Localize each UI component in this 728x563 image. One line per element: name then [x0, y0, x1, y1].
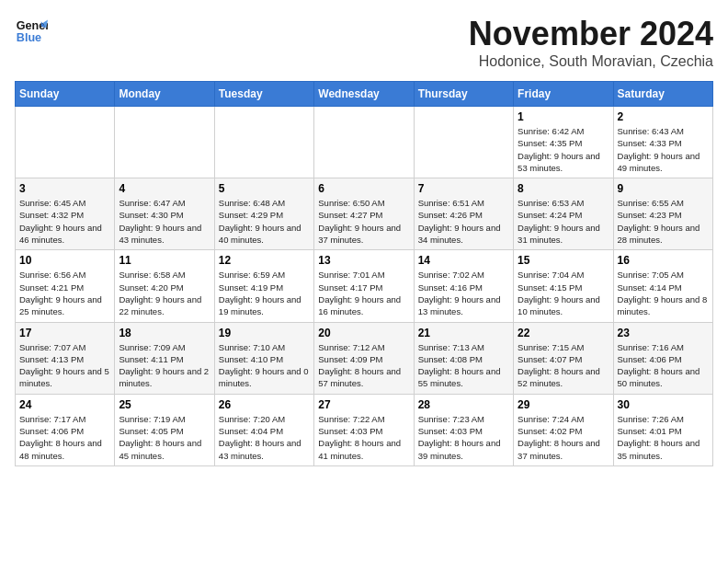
week-row-3: 10Sunrise: 6:56 AMSunset: 4:21 PMDayligh… — [16, 250, 713, 322]
header-row: SundayMondayTuesdayWednesdayThursdayFrid… — [16, 82, 713, 107]
day-number: 16 — [618, 254, 709, 267]
day-number: 22 — [518, 327, 609, 339]
day-info: Sunrise: 6:56 AMSunset: 4:21 PMDaylight:… — [19, 269, 110, 317]
calendar-cell: 13Sunrise: 7:01 AMSunset: 4:17 PMDayligh… — [314, 250, 414, 322]
day-number: 6 — [318, 182, 409, 195]
day-number: 12 — [219, 254, 310, 267]
calendar-cell: 6Sunrise: 6:50 AMSunset: 4:27 PMDaylight… — [314, 178, 414, 250]
week-row-4: 17Sunrise: 7:07 AMSunset: 4:13 PMDayligh… — [16, 322, 713, 394]
calendar-cell: 21Sunrise: 7:13 AMSunset: 4:08 PMDayligh… — [414, 322, 513, 394]
day-info: Sunrise: 7:26 AMSunset: 4:01 PMDaylight:… — [618, 413, 709, 462]
day-number: 8 — [518, 182, 609, 195]
calendar-cell: 8Sunrise: 6:53 AMSunset: 4:24 PMDaylight… — [514, 178, 613, 250]
day-info: Sunrise: 6:51 AMSunset: 4:26 PMDaylight:… — [418, 197, 509, 246]
day-header-wednesday: Wednesday — [314, 82, 414, 107]
day-info: Sunrise: 7:13 AMSunset: 4:08 PMDaylight:… — [418, 341, 509, 390]
day-info: Sunrise: 6:42 AMSunset: 4:35 PMDaylight:… — [518, 125, 609, 174]
calendar-cell: 25Sunrise: 7:19 AMSunset: 4:05 PMDayligh… — [115, 394, 214, 465]
day-info: Sunrise: 7:07 AMSunset: 4:13 PMDaylight:… — [19, 341, 110, 390]
calendar-cell: 28Sunrise: 7:23 AMSunset: 4:03 PMDayligh… — [414, 394, 513, 465]
day-info: Sunrise: 7:01 AMSunset: 4:17 PMDaylight:… — [318, 269, 409, 317]
calendar-cell: 10Sunrise: 6:56 AMSunset: 4:21 PMDayligh… — [16, 250, 115, 322]
day-info: Sunrise: 7:19 AMSunset: 4:05 PMDaylight:… — [119, 413, 210, 462]
day-number: 20 — [318, 327, 409, 339]
calendar-cell — [314, 107, 414, 178]
day-number: 21 — [418, 327, 509, 339]
header: General Blue November 2024 Hodonice, Sou… — [15, 15, 713, 70]
calendar-cell: 16Sunrise: 7:05 AMSunset: 4:14 PMDayligh… — [613, 250, 712, 322]
calendar-cell: 1Sunrise: 6:42 AMSunset: 4:35 PMDaylight… — [514, 107, 613, 178]
day-number: 7 — [418, 182, 509, 195]
day-number: 9 — [618, 182, 709, 195]
day-number: 26 — [219, 398, 310, 411]
calendar-cell: 27Sunrise: 7:22 AMSunset: 4:03 PMDayligh… — [314, 394, 414, 465]
calendar-cell: 20Sunrise: 7:12 AMSunset: 4:09 PMDayligh… — [314, 322, 414, 394]
day-info: Sunrise: 6:43 AMSunset: 4:33 PMDaylight:… — [618, 125, 709, 174]
calendar-cell: 17Sunrise: 7:07 AMSunset: 4:13 PMDayligh… — [16, 322, 115, 394]
calendar-cell: 9Sunrise: 6:55 AMSunset: 4:23 PMDaylight… — [613, 178, 712, 250]
day-info: Sunrise: 7:23 AMSunset: 4:03 PMDaylight:… — [418, 413, 509, 462]
day-info: Sunrise: 6:47 AMSunset: 4:30 PMDaylight:… — [119, 197, 210, 246]
calendar-cell: 5Sunrise: 6:48 AMSunset: 4:29 PMDaylight… — [214, 178, 313, 250]
svg-text:Blue: Blue — [17, 31, 41, 44]
calendar-cell: 23Sunrise: 7:16 AMSunset: 4:06 PMDayligh… — [613, 322, 712, 394]
day-number: 10 — [19, 254, 110, 267]
day-info: Sunrise: 6:58 AMSunset: 4:20 PMDaylight:… — [119, 269, 210, 317]
day-header-saturday: Saturday — [613, 82, 712, 107]
day-number: 24 — [19, 398, 110, 411]
day-info: Sunrise: 6:59 AMSunset: 4:19 PMDaylight:… — [219, 269, 310, 317]
day-header-thursday: Thursday — [414, 82, 513, 107]
day-number: 27 — [318, 398, 409, 411]
calendar-cell: 7Sunrise: 6:51 AMSunset: 4:26 PMDaylight… — [414, 178, 513, 250]
calendar-cell — [414, 107, 513, 178]
day-info: Sunrise: 7:20 AMSunset: 4:04 PMDaylight:… — [219, 413, 310, 462]
calendar-cell: 14Sunrise: 7:02 AMSunset: 4:16 PMDayligh… — [414, 250, 513, 322]
day-number: 19 — [219, 327, 310, 339]
day-number: 2 — [618, 110, 709, 123]
calendar-subtitle: Hodonice, South Moravian, Czechia — [469, 53, 713, 70]
day-number: 1 — [518, 110, 609, 123]
day-number: 23 — [618, 327, 709, 339]
day-info: Sunrise: 7:04 AMSunset: 4:15 PMDaylight:… — [518, 269, 609, 317]
calendar-title: November 2024 — [469, 15, 713, 53]
calendar-cell — [214, 107, 313, 178]
week-row-2: 3Sunrise: 6:45 AMSunset: 4:32 PMDaylight… — [16, 178, 713, 250]
day-header-sunday: Sunday — [16, 82, 115, 107]
day-info: Sunrise: 7:24 AMSunset: 4:02 PMDaylight:… — [518, 413, 609, 462]
day-number: 13 — [318, 254, 409, 267]
week-row-5: 24Sunrise: 7:17 AMSunset: 4:06 PMDayligh… — [16, 394, 713, 465]
calendar-table: SundayMondayTuesdayWednesdayThursdayFrid… — [15, 81, 713, 466]
calendar-cell: 22Sunrise: 7:15 AMSunset: 4:07 PMDayligh… — [514, 322, 613, 394]
day-info: Sunrise: 6:53 AMSunset: 4:24 PMDaylight:… — [518, 197, 609, 246]
day-header-tuesday: Tuesday — [214, 82, 313, 107]
day-number: 5 — [219, 182, 310, 195]
day-info: Sunrise: 7:02 AMSunset: 4:16 PMDaylight:… — [418, 269, 509, 317]
day-number: 28 — [418, 398, 509, 411]
day-info: Sunrise: 6:50 AMSunset: 4:27 PMDaylight:… — [318, 197, 409, 246]
day-info: Sunrise: 6:45 AMSunset: 4:32 PMDaylight:… — [19, 197, 110, 246]
week-row-1: 1Sunrise: 6:42 AMSunset: 4:35 PMDaylight… — [16, 107, 713, 178]
calendar-cell: 3Sunrise: 6:45 AMSunset: 4:32 PMDaylight… — [16, 178, 115, 250]
day-number: 15 — [518, 254, 609, 267]
day-info: Sunrise: 7:05 AMSunset: 4:14 PMDaylight:… — [618, 269, 709, 317]
day-number: 30 — [618, 398, 709, 411]
day-header-monday: Monday — [115, 82, 214, 107]
calendar-cell: 18Sunrise: 7:09 AMSunset: 4:11 PMDayligh… — [115, 322, 214, 394]
day-number: 3 — [19, 182, 110, 195]
day-info: Sunrise: 6:55 AMSunset: 4:23 PMDaylight:… — [618, 197, 709, 246]
logo: General Blue — [15, 15, 48, 48]
calendar-cell: 29Sunrise: 7:24 AMSunset: 4:02 PMDayligh… — [514, 394, 613, 465]
calendar-cell: 4Sunrise: 6:47 AMSunset: 4:30 PMDaylight… — [115, 178, 214, 250]
logo-icon: General Blue — [15, 15, 48, 48]
day-number: 25 — [119, 398, 210, 411]
day-header-friday: Friday — [514, 82, 613, 107]
calendar-cell: 2Sunrise: 6:43 AMSunset: 4:33 PMDaylight… — [613, 107, 712, 178]
day-info: Sunrise: 7:15 AMSunset: 4:07 PMDaylight:… — [518, 341, 609, 390]
day-info: Sunrise: 7:16 AMSunset: 4:06 PMDaylight:… — [618, 341, 709, 390]
calendar-cell: 12Sunrise: 6:59 AMSunset: 4:19 PMDayligh… — [214, 250, 313, 322]
day-number: 4 — [119, 182, 210, 195]
day-info: Sunrise: 7:22 AMSunset: 4:03 PMDaylight:… — [318, 413, 409, 462]
day-number: 17 — [19, 327, 110, 339]
calendar-cell: 30Sunrise: 7:26 AMSunset: 4:01 PMDayligh… — [613, 394, 712, 465]
day-number: 18 — [119, 327, 210, 339]
